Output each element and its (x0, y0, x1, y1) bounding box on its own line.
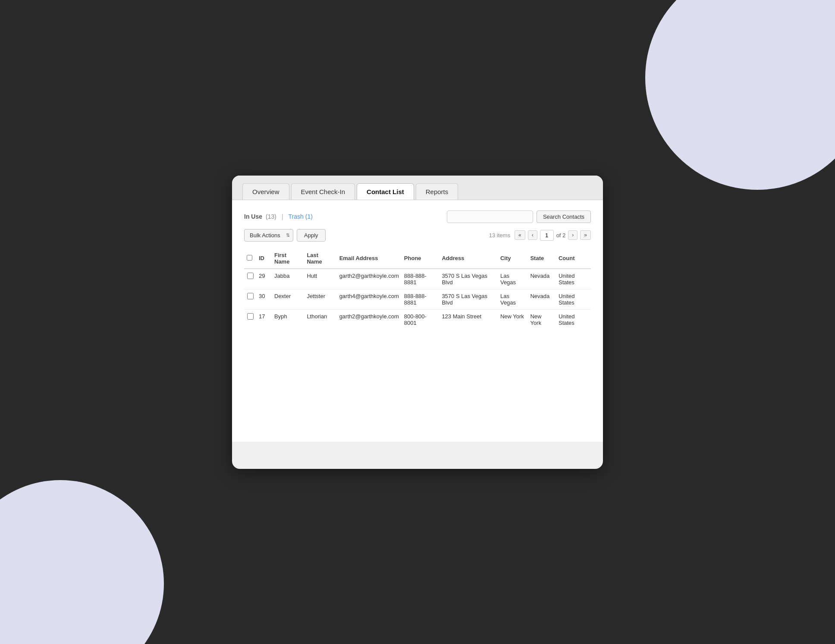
toolbar-right: 13 items « ‹ of 2 › » (489, 230, 591, 241)
th-address: Address (439, 248, 498, 269)
page-of-total: of 2 (556, 232, 566, 239)
pagination-first-btn[interactable]: « (515, 230, 525, 240)
row-address: 3570 S Las Vegas Blvd (439, 269, 498, 289)
row-checkbox-cell (244, 269, 256, 289)
search-input[interactable] (447, 210, 533, 223)
pagination-next-btn[interactable]: › (568, 230, 578, 240)
th-country: Count (556, 248, 591, 269)
toolbar-row: Bulk Actions Apply 13 items « ‹ of 2 › » (244, 229, 591, 242)
th-checkbox (244, 248, 256, 269)
th-state: State (527, 248, 556, 269)
row-id: 30 (256, 289, 272, 309)
filter-row: In Use (13) | Trash (1) Search Contacts (244, 210, 591, 223)
row-checkbox[interactable] (247, 273, 254, 279)
bulk-actions-wrapper: Bulk Actions (244, 229, 293, 242)
in-use-label: In Use (244, 213, 262, 220)
bg-circle-bottom-left (0, 480, 164, 644)
items-count: 13 items (489, 232, 510, 239)
row-state: New York (527, 309, 556, 330)
in-use-count: (13) (266, 213, 276, 220)
row-city: New York (498, 309, 527, 330)
th-email: Email Address (337, 248, 402, 269)
table-header-row: ID First Name Last Name Email Address Ph… (244, 248, 591, 269)
row-country: United States (556, 309, 591, 330)
table-row: 30 Dexter Jettster garth4@garthkoyle.com… (244, 289, 591, 309)
filter-right: Search Contacts (447, 210, 591, 223)
row-first-name[interactable]: Jabba (272, 269, 304, 289)
row-email[interactable]: garth4@garthkoyle.com (337, 289, 402, 309)
row-city: Las Vegas (498, 269, 527, 289)
tab-overview[interactable]: Overview (242, 183, 289, 200)
row-id: 29 (256, 269, 272, 289)
row-state: Nevada (527, 269, 556, 289)
bg-circle-top-right (645, 0, 835, 190)
row-address: 123 Main Street (439, 309, 498, 330)
filter-left: In Use (13) | Trash (1) (244, 213, 313, 220)
bulk-actions-select[interactable]: Bulk Actions (244, 229, 293, 242)
row-last-name: Jettster (304, 289, 336, 309)
row-state: Nevada (527, 289, 556, 309)
toolbar-left: Bulk Actions Apply (244, 229, 326, 242)
row-first-name[interactable]: Dexter (272, 289, 304, 309)
row-email[interactable]: garth2@garthkoyle.com (337, 309, 402, 330)
search-contacts-button[interactable]: Search Contacts (537, 210, 591, 223)
th-phone: Phone (402, 248, 439, 269)
trash-link[interactable]: Trash (1) (289, 213, 313, 220)
th-first-name: First Name (272, 248, 304, 269)
row-country: United States (556, 289, 591, 309)
row-first-name[interactable]: Byph (272, 309, 304, 330)
th-last-name: Last Name (304, 248, 336, 269)
row-checkbox[interactable] (247, 313, 254, 320)
tab-event-checkin[interactable]: Event Check-In (291, 183, 355, 200)
row-checkbox[interactable] (247, 293, 254, 299)
tabs-bar: Overview Event Check-In Contact List Rep… (232, 176, 603, 200)
row-id: 17 (256, 309, 272, 330)
content-area: In Use (13) | Trash (1) Search Contacts … (232, 200, 603, 442)
separator: | (282, 213, 283, 220)
tab-contact-list[interactable]: Contact List (357, 183, 414, 200)
row-email[interactable]: garth2@garthkoyle.com (337, 269, 402, 289)
row-phone: 800-800-8001 (402, 309, 439, 330)
row-checkbox-cell (244, 289, 256, 309)
row-country: United States (556, 269, 591, 289)
row-last-name: Lthorian (304, 309, 336, 330)
th-id: ID (256, 248, 272, 269)
select-all-checkbox[interactable] (247, 255, 252, 261)
row-address: 3570 S Las Vegas Blvd (439, 289, 498, 309)
table-row: 29 Jabba Hutt garth2@garthkoyle.com 888-… (244, 269, 591, 289)
app-window: Overview Event Check-In Contact List Rep… (232, 176, 603, 469)
contact-table: ID First Name Last Name Email Address Ph… (244, 248, 591, 330)
pagination-last-btn[interactable]: » (580, 230, 591, 240)
apply-button[interactable]: Apply (297, 229, 326, 242)
row-checkbox-cell (244, 309, 256, 330)
page-number-input[interactable] (540, 230, 554, 241)
table-row: 17 Byph Lthorian garth2@garthkoyle.com 8… (244, 309, 591, 330)
pagination-prev-btn[interactable]: ‹ (528, 230, 537, 240)
row-city: Las Vegas (498, 289, 527, 309)
row-phone: 888-888-8881 (402, 289, 439, 309)
tab-reports[interactable]: Reports (416, 183, 458, 200)
table-body: 29 Jabba Hutt garth2@garthkoyle.com 888-… (244, 269, 591, 330)
th-city: City (498, 248, 527, 269)
row-last-name: Hutt (304, 269, 336, 289)
row-phone: 888-888-8881 (402, 269, 439, 289)
